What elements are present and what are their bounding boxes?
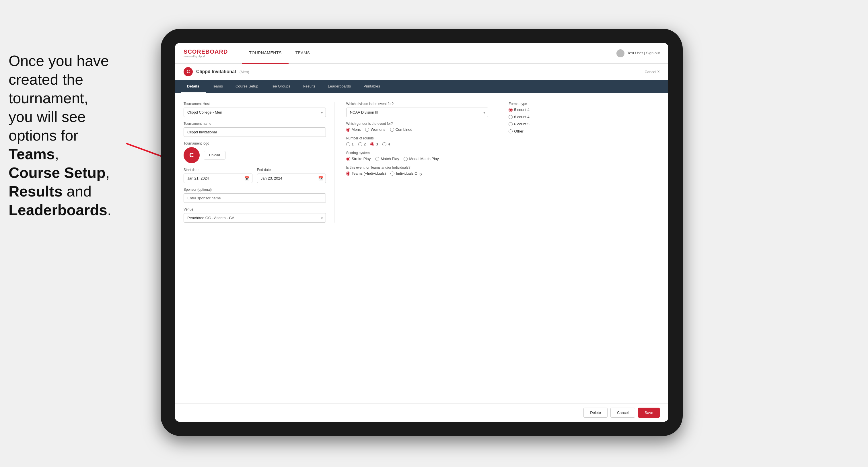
start-date-label: Start date: [184, 168, 252, 172]
teams-group: Is this event for Teams and/or Individua…: [346, 165, 489, 176]
delete-button[interactable]: Delete: [584, 408, 608, 418]
tournament-logo-group: Tournament logo C Upload: [184, 142, 326, 163]
user-area: Test User | Sign out: [616, 49, 660, 57]
tournament-header: C Clippd Invitational (Men) Cancel X: [175, 64, 669, 80]
sponsor-input[interactable]: [184, 193, 326, 203]
avatar: [616, 49, 624, 57]
format-radio-group: 5 count 4 6 count 4 6 count 5 Other: [508, 107, 660, 133]
teams-plus-individuals-label: Teams (+Individuals): [352, 171, 386, 176]
gender-womens[interactable]: Womens: [365, 127, 385, 132]
calendar-icon: 📅: [245, 176, 250, 181]
tournament-host-select[interactable]: Clippd College - Men: [184, 107, 326, 117]
gender-combined-label: Combined: [396, 127, 412, 132]
top-nav: SCOREBOARD Powered by clippd TOURNAMENTS…: [175, 43, 669, 64]
tabs-bar: Details Teams Course Setup Tee Groups Re…: [175, 80, 669, 93]
rounds-2[interactable]: 2: [358, 142, 366, 146]
gender-label: Which gender is the event for?: [346, 122, 489, 126]
individuals-only[interactable]: Individuals Only: [391, 171, 422, 176]
logo-area: SCOREBOARD Powered by clippd: [184, 49, 228, 58]
end-date-wrapper: 📅: [257, 174, 326, 183]
gender-mens[interactable]: Mens: [346, 127, 361, 132]
rounds-2-label: 2: [364, 142, 366, 146]
rounds-3[interactable]: 3: [370, 142, 378, 146]
format-6count5-label: 6 count 5: [514, 122, 529, 126]
gender-mens-label: Mens: [352, 127, 361, 132]
logo-sub: Powered by clippd: [184, 55, 228, 58]
scoring-medal-match-label: Medal Match Play: [409, 157, 439, 161]
end-date-input[interactable]: [257, 174, 326, 183]
division-select-wrapper: NCAA Division III: [346, 107, 489, 117]
end-date-label: End date: [257, 168, 326, 172]
tournament-host-group: Tournament Host Clippd College - Men: [184, 102, 326, 117]
format-5count4-label: 5 count 4: [514, 107, 529, 112]
start-date-wrapper: 📅: [184, 174, 252, 183]
signout-link[interactable]: Sign out: [646, 51, 660, 55]
start-date-input[interactable]: [184, 174, 252, 183]
venue-group: Venue Peachtree GC - Atlanta - GA: [184, 208, 326, 223]
scoring-label: Scoring system: [346, 151, 489, 155]
format-label: Format type: [508, 102, 660, 106]
logo-upload: C Upload: [184, 147, 326, 163]
tab-teams[interactable]: Teams: [206, 80, 229, 93]
tab-details[interactable]: Details: [181, 80, 206, 93]
tournament-name-input[interactable]: [184, 127, 326, 137]
tab-results[interactable]: Results: [297, 80, 321, 93]
format-6count4[interactable]: 6 count 4: [508, 115, 660, 119]
scoring-match[interactable]: Match Play: [375, 157, 399, 161]
cancel-button[interactable]: Cancel: [611, 408, 635, 418]
rounds-4-label: 4: [388, 142, 390, 146]
user-text: Test User |: [627, 51, 645, 55]
gender-combined[interactable]: Combined: [390, 127, 412, 132]
date-row: Start date 📅 End date 📅: [184, 168, 326, 183]
end-date-group: End date 📅: [257, 168, 326, 183]
instruction-text: Once you havecreated thetournament,you w…: [0, 46, 141, 225]
venue-label: Venue: [184, 208, 326, 211]
tournament-name: Clippd Invitational: [196, 69, 236, 74]
format-other-label: Other: [514, 129, 524, 133]
tab-tee-groups[interactable]: Tee Groups: [265, 80, 296, 93]
tournament-title: C Clippd Invitational (Men): [184, 67, 249, 76]
venue-select[interactable]: Peachtree GC - Atlanta - GA: [184, 213, 326, 223]
tournament-name-label: Tournament name: [184, 122, 326, 126]
individuals-only-label: Individuals Only: [396, 171, 422, 176]
main-content: Tournament Host Clippd College - Men Tou…: [175, 93, 669, 403]
nav-link-tournaments[interactable]: TOURNAMENTS: [242, 43, 288, 64]
form-middle: Which division is the event for? NCAA Di…: [346, 102, 497, 223]
logo-preview: C: [184, 147, 199, 163]
scoring-medal-match[interactable]: Medal Match Play: [404, 157, 439, 161]
sponsor-label: Sponsor (optional): [184, 188, 326, 192]
venue-select-wrapper: Peachtree GC - Atlanta - GA: [184, 213, 326, 223]
scoring-stroke[interactable]: Stroke Play: [346, 157, 371, 161]
gender-womens-label: Womens: [371, 127, 385, 132]
start-date-group: Start date 📅: [184, 168, 252, 183]
division-select[interactable]: NCAA Division III: [346, 107, 489, 117]
format-6count4-label: 6 count 4: [514, 115, 529, 119]
tab-course-setup[interactable]: Course Setup: [229, 80, 265, 93]
upload-button[interactable]: Upload: [204, 151, 225, 159]
tab-leaderboards[interactable]: Leaderboards: [321, 80, 357, 93]
tab-printables[interactable]: Printables: [357, 80, 386, 93]
tablet-screen: SCOREBOARD Powered by clippd TOURNAMENTS…: [175, 43, 669, 422]
logo-text: SCOREBOARD: [184, 49, 228, 55]
scoring-stroke-label: Stroke Play: [352, 157, 371, 161]
nav-links: TOURNAMENTS TEAMS: [242, 43, 616, 64]
teams-plus-individuals[interactable]: Teams (+Individuals): [346, 171, 386, 176]
tablet-shell: SCOREBOARD Powered by clippd TOURNAMENTS…: [161, 29, 683, 436]
gender-radio-group: Mens Womens Combined: [346, 127, 489, 132]
form-right: Format type 5 count 4 6 count 4 6 cou: [508, 102, 660, 223]
format-other[interactable]: Other: [508, 129, 660, 133]
format-5count4[interactable]: 5 count 4: [508, 107, 660, 112]
tournament-host-label: Tournament Host: [184, 102, 326, 106]
tournament-icon: C: [184, 67, 193, 76]
rounds-label: Number of rounds: [346, 136, 489, 140]
scoring-group: Scoring system Stroke Play Match Play: [346, 151, 489, 161]
rounds-1[interactable]: 1: [346, 142, 354, 146]
save-button[interactable]: Save: [638, 408, 660, 418]
teams-radio-group: Teams (+Individuals) Individuals Only: [346, 171, 489, 176]
format-group: Format type 5 count 4 6 count 4 6 cou: [508, 102, 660, 133]
calendar-end-icon: 📅: [318, 176, 323, 181]
rounds-4[interactable]: 4: [382, 142, 390, 146]
cancel-header-button[interactable]: Cancel X: [645, 70, 660, 74]
format-6count5[interactable]: 6 count 5: [508, 122, 660, 126]
nav-link-teams[interactable]: TEAMS: [288, 43, 317, 64]
